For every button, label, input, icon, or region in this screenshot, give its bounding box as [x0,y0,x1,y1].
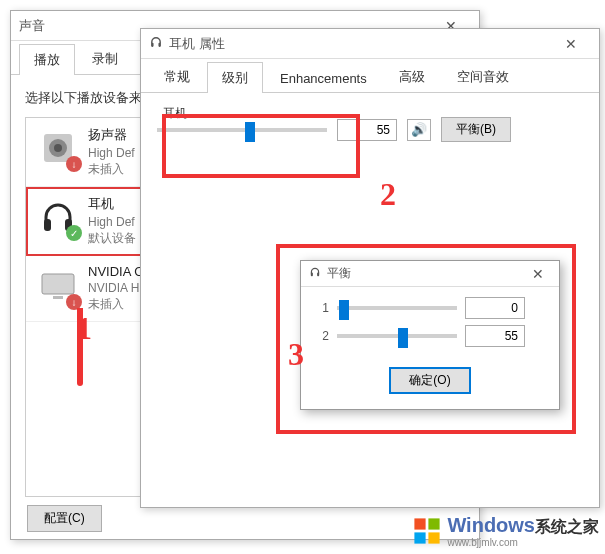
tab-advanced[interactable]: 高级 [384,61,440,92]
tab-spatial[interactable]: 空间音效 [442,61,524,92]
device-name: 扬声器 [88,126,135,144]
balance-channel-row: 1 [315,297,545,319]
headset-icon: ✓ [36,195,80,239]
watermark: Windows系统之家 www.bjjmlv.com [413,514,599,548]
balance-titlebar[interactable]: 平衡 ✕ [301,261,559,287]
monitor-icon: ↓ [36,264,80,308]
level-label: 耳机 [163,105,187,122]
balance-title: 平衡 [327,265,351,282]
tab-general[interactable]: 常规 [149,61,205,92]
volume-slider[interactable] [157,121,327,139]
device-status: 默认设备 [88,230,136,247]
device-sub: High Def [88,215,136,229]
balance-channel-row: 2 [315,325,545,347]
close-icon[interactable]: ✕ [551,30,591,58]
watermark-brand: Windows [447,514,535,536]
speaker-volume-icon[interactable]: 🔊 [407,119,431,141]
close-icon[interactable]: ✕ [525,260,551,288]
configure-button[interactable]: 配置(C) [27,505,102,532]
balance-value-1[interactable] [465,297,525,319]
device-sub: High Def [88,146,135,160]
level-row: 耳机 🔊 平衡(B) [157,103,583,142]
channel-label: 1 [315,301,329,315]
watermark-sub: 系统之家 [535,518,599,535]
balance-slider-1[interactable] [337,299,457,317]
device-sub: NVIDIA H [88,281,144,295]
svg-rect-3 [44,219,51,231]
tab-playback[interactable]: 播放 [19,44,75,75]
svg-rect-11 [415,518,426,529]
balance-slider-2[interactable] [337,327,457,345]
check-icon: ✓ [66,225,82,241]
arrow-down-icon: ↓ [66,294,82,310]
arrow-down-icon: ↓ [66,156,82,172]
ok-button[interactable]: 确定(O) [389,367,470,394]
headset-icon [309,266,321,281]
balance-dialog: 平衡 ✕ 1 2 确定(O) [300,260,560,410]
windows-logo-icon [413,517,441,545]
svg-rect-10 [317,273,319,277]
svg-rect-12 [429,518,440,529]
device-status: 未插入 [88,161,135,178]
svg-rect-13 [415,532,426,543]
channel-label: 2 [315,329,329,343]
properties-title: 耳机 属性 [169,35,225,53]
sound-title: 声音 [19,17,45,35]
properties-tabs: 常规 级别 Enhancements 高级 空间音效 [141,59,599,93]
device-name: 耳机 [88,195,136,213]
device-name: NVIDIA O [88,264,144,279]
svg-rect-14 [429,532,440,543]
device-status: 未插入 [88,296,144,313]
tab-recording[interactable]: 录制 [77,43,133,74]
balance-value-2[interactable] [465,325,525,347]
properties-titlebar[interactable]: 耳机 属性 ✕ [141,29,599,59]
svg-rect-7 [151,43,153,47]
svg-rect-8 [158,43,160,47]
balance-button[interactable]: 平衡(B) [441,117,511,142]
tab-levels[interactable]: 级别 [207,62,263,93]
headset-icon [149,35,163,52]
tab-enhancements[interactable]: Enhancements [265,64,382,92]
watermark-url: www.bjjmlv.com [447,538,599,548]
svg-point-2 [54,144,62,152]
svg-rect-9 [311,273,313,277]
svg-rect-6 [53,296,63,299]
svg-rect-5 [42,274,74,294]
volume-value[interactable] [337,119,397,141]
speaker-icon: ↓ [36,126,80,170]
